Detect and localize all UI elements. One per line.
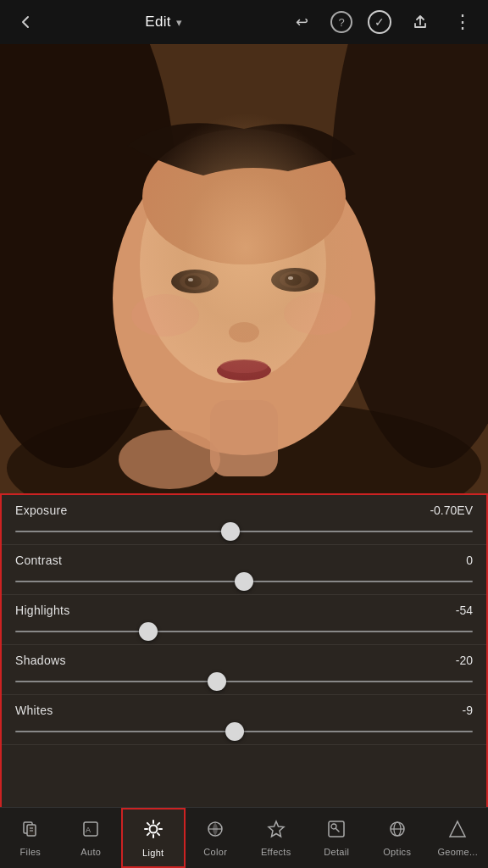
toolbar-label-detail: Detail — [324, 847, 349, 857]
confirm-button[interactable]: ✓ — [368, 10, 391, 34]
toolbar-item-effects[interactable]: Effects — [246, 808, 307, 868]
slider-thumb[interactable] — [139, 622, 158, 641]
slider-thumb[interactable] — [225, 722, 244, 741]
adj-slider-highlights[interactable] — [15, 624, 473, 639]
svg-point-19 — [284, 292, 352, 335]
svg-point-16 — [217, 360, 271, 381]
toolbar-item-optics[interactable]: Optics — [367, 808, 428, 868]
slider-track-line — [15, 531, 473, 532]
adj-label: Shadows — [15, 654, 66, 667]
adjustments-panel: Exposure -0.70EV Contrast 0 Highlights -… — [0, 493, 488, 807]
adj-row-contrast: Contrast 0 — [2, 545, 486, 595]
toolbar-label-light: Light — [142, 848, 164, 858]
detail-icon — [327, 820, 346, 838]
auto-icon: A — [81, 820, 100, 843]
more-button[interactable]: ⋮ — [449, 8, 476, 36]
svg-point-28 — [149, 825, 157, 832]
svg-point-11 — [271, 268, 319, 292]
toolbar-item-geometry[interactable]: Geome... — [428, 808, 489, 868]
slider-thumb[interactable] — [208, 672, 226, 691]
toolbar-item-files[interactable]: Files — [0, 808, 61, 868]
adj-value: -20 — [422, 654, 473, 667]
svg-text:A: A — [86, 826, 91, 834]
adj-label: Whites — [15, 704, 53, 717]
adj-row-header: Whites -9 — [15, 704, 473, 717]
share-button[interactable] — [407, 8, 434, 36]
toolbar-item-detail[interactable]: Detail — [307, 808, 368, 868]
svg-rect-21 — [210, 400, 278, 476]
color-icon — [206, 820, 225, 838]
toolbar-label-geometry: Geome... — [437, 847, 478, 857]
toolbar-item-auto[interactable]: A Auto — [61, 808, 122, 868]
effects-icon — [267, 820, 286, 838]
slider-thumb[interactable] — [221, 522, 240, 541]
svg-point-7 — [171, 270, 219, 293]
title-chevron: ▾ — [176, 16, 182, 29]
color-icon — [206, 820, 225, 843]
adj-row-highlights: Highlights -54 — [2, 595, 486, 645]
slider-track-line — [15, 681, 473, 682]
svg-point-14 — [288, 276, 293, 280]
svg-point-15 — [229, 322, 259, 342]
adj-value: -54 — [422, 604, 473, 617]
files-icon — [21, 820, 40, 838]
top-bar-right: ↩ ? ✓ ⋮ — [288, 8, 476, 36]
svg-point-17 — [220, 359, 268, 373]
toolbar-label-optics: Optics — [383, 847, 411, 857]
undo-button[interactable]: ↩ — [288, 8, 315, 36]
svg-point-10 — [188, 278, 193, 281]
photo-area — [0, 44, 488, 493]
toolbar-item-light[interactable]: Light — [121, 808, 186, 868]
slider-thumb[interactable] — [235, 572, 253, 591]
toolbar-label-auto: Auto — [80, 847, 101, 857]
detail-icon — [327, 820, 346, 843]
svg-point-13 — [285, 274, 302, 286]
optics-icon — [388, 820, 407, 838]
svg-point-6 — [142, 129, 346, 264]
geometry-icon — [448, 820, 467, 838]
toolbar-label-files: Files — [19, 847, 41, 857]
back-button[interactable] — [12, 8, 39, 36]
adj-row-header: Exposure -0.70EV — [15, 504, 473, 517]
svg-point-12 — [280, 271, 310, 288]
adj-slider-exposure[interactable] — [15, 524, 473, 539]
top-bar-center: Edit ▾ — [145, 14, 182, 31]
adj-row-whites: Whites -9 — [2, 695, 486, 745]
svg-line-42 — [336, 828, 339, 832]
toolbar-item-color[interactable]: Color — [186, 808, 247, 868]
svg-point-9 — [185, 275, 202, 287]
adj-slider-shadows[interactable] — [15, 674, 473, 689]
optics-icon — [388, 820, 407, 843]
svg-line-35 — [147, 832, 149, 834]
svg-marker-39 — [269, 821, 284, 837]
svg-line-33 — [147, 822, 149, 824]
photo-image — [0, 44, 488, 493]
adj-slider-contrast[interactable] — [15, 574, 473, 589]
adj-row-shadows: Shadows -20 — [2, 645, 486, 695]
geometry-icon — [448, 820, 467, 843]
svg-point-18 — [131, 294, 199, 337]
adj-row-header: Contrast 0 — [15, 554, 473, 567]
svg-point-20 — [119, 430, 220, 489]
slider-track-line — [15, 631, 473, 632]
svg-point-8 — [180, 273, 210, 290]
top-bar-left — [12, 8, 39, 36]
adj-value: -0.70EV — [422, 504, 473, 517]
svg-line-34 — [158, 832, 159, 834]
adj-value: -9 — [422, 704, 473, 717]
toolbar-label-effects: Effects — [261, 847, 291, 857]
adj-value: 0 — [422, 554, 473, 567]
adj-slider-whites[interactable] — [15, 724, 473, 739]
top-bar: Edit ▾ ↩ ? ✓ ⋮ — [0, 0, 488, 44]
bottom-toolbar: Files A Auto Light Color Eff — [0, 807, 488, 868]
light-icon — [143, 819, 164, 844]
adj-label: Contrast — [15, 554, 62, 567]
adj-row-header: Highlights -54 — [15, 604, 473, 617]
help-button[interactable]: ? — [330, 11, 352, 33]
page-title: Edit — [145, 14, 171, 31]
svg-point-5 — [140, 146, 326, 383]
adj-label: Exposure — [15, 504, 68, 517]
light-sun-icon — [143, 819, 164, 839]
adj-row-header: Shadows -20 — [15, 654, 473, 667]
toolbar-label-color: Color — [203, 847, 227, 857]
